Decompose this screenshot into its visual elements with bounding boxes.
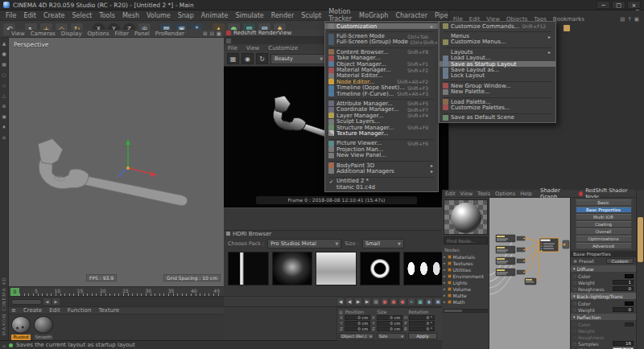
menu-item[interactable]: Character bbox=[392, 11, 431, 20]
size-field[interactable]: 0 cm bbox=[377, 315, 402, 320]
window-menu-item[interactable] bbox=[329, 175, 434, 178]
hdri-thumbnail[interactable] bbox=[360, 252, 401, 285]
material-menu-item[interactable]: Create bbox=[23, 307, 42, 314]
window-menu-item[interactable]: New View Panel... bbox=[325, 152, 438, 158]
customization-menu-item[interactable]: Customize Palettes... bbox=[440, 105, 555, 110]
renderview-menu-item[interactable]: Customize bbox=[268, 45, 298, 51]
close-button[interactable]: × bbox=[627, 1, 641, 9]
window-menu-item[interactable]: Additional Managers ▸ bbox=[325, 168, 438, 174]
menu-item[interactable]: Select bbox=[68, 11, 95, 20]
attribute-row[interactable]: Reflection bbox=[571, 314, 636, 320]
attribute-group-tab[interactable]: Optimizations bbox=[576, 236, 632, 242]
customization-menu-item[interactable]: New Palette... bbox=[440, 89, 555, 95]
viewport-menu-item[interactable]: ProRender bbox=[155, 31, 184, 37]
menu-item[interactable]: Create bbox=[40, 11, 68, 20]
material-menu-item[interactable]: Texture bbox=[98, 307, 119, 314]
object-item-icon[interactable] bbox=[564, 25, 570, 31]
shader-graph-menu-item[interactable]: Help bbox=[520, 191, 532, 197]
attribute-row[interactable]: Weight 0 bbox=[571, 306, 636, 313]
attribute-row[interactable]: Color bbox=[571, 300, 636, 306]
size-field[interactable]: 0 cm bbox=[377, 321, 402, 326]
attribute-group-tab[interactable]: Basic bbox=[576, 199, 632, 206]
menu-item[interactable]: Animate bbox=[198, 11, 232, 20]
scroll-right-button[interactable]: ▶ bbox=[52, 298, 60, 305]
size-dropdown[interactable]: Small▼ bbox=[362, 239, 404, 248]
point-mode-icon[interactable]: ○ bbox=[2, 72, 6, 77]
shader-graph-menu-item[interactable]: Edit bbox=[445, 191, 456, 197]
node-category[interactable]: ▸ Volume bbox=[444, 285, 488, 292]
rotation-field[interactable]: 0 ° bbox=[409, 326, 435, 331]
customization-menu-item[interactable]: Customize Menus... bbox=[440, 39, 555, 45]
axis-gizmo[interactable] bbox=[118, 139, 157, 177]
attribute-row[interactable]: Diffuse bbox=[571, 265, 636, 272]
color-swatch[interactable] bbox=[625, 302, 634, 306]
menu-item[interactable]: Render bbox=[268, 11, 297, 20]
pack-dropdown[interactable]: Pro Studios Metal▼ bbox=[267, 239, 341, 248]
menu-item[interactable]: Mesh bbox=[119, 11, 142, 20]
menu-item[interactable]: Snap bbox=[175, 11, 197, 20]
window-menu-item[interactable]: titanic 01.c4d bbox=[325, 184, 438, 190]
node-category[interactable]: ▸ Lights bbox=[444, 279, 488, 285]
workplane-mode-icon[interactable]: ▣ bbox=[2, 114, 6, 119]
menu-item[interactable]: Volume bbox=[143, 11, 174, 20]
sidebar-scrollbar[interactable] bbox=[444, 309, 488, 313]
window-menu-item[interactable]: Full-Screen (Group) Mode Ctrl+Shift+Tab bbox=[325, 39, 438, 45]
color-swatch[interactable] bbox=[625, 322, 634, 326]
shader-graph-menu-item[interactable]: Options bbox=[495, 191, 515, 197]
record-icon[interactable]: ● bbox=[381, 298, 389, 306]
hdri-thumbnail[interactable] bbox=[316, 252, 357, 285]
attribute-group-tab[interactable]: Base Properties bbox=[576, 207, 632, 213]
value-field[interactable]: 1 bbox=[613, 280, 634, 285]
om-up-icon[interactable]: ↑ bbox=[627, 16, 631, 23]
material-preview[interactable] bbox=[444, 199, 488, 235]
customization-menu-item[interactable]: Save as Default Scene bbox=[440, 115, 555, 121]
window-menu-item[interactable] bbox=[329, 46, 434, 48]
menu-item[interactable]: MoGraph bbox=[356, 11, 391, 20]
node-category[interactable]: ▸ Matte bbox=[444, 292, 488, 298]
customization-menu-item[interactable] bbox=[444, 46, 551, 48]
autokey-icon[interactable]: ◉ bbox=[425, 298, 433, 306]
preset-dropdown[interactable]: Custom bbox=[606, 258, 634, 264]
material-item[interactable]: Smooth bbox=[34, 316, 55, 340]
maximize-view-icon[interactable]: ▣ bbox=[217, 31, 221, 37]
viewport-menu-item[interactable]: Panel bbox=[134, 31, 150, 37]
window-menu-item[interactable]: Customization ▸ bbox=[325, 23, 438, 29]
render-target-icon[interactable]: ◉ bbox=[242, 53, 254, 64]
attribute-group-tab[interactable]: Coating bbox=[576, 221, 632, 228]
node-category[interactable]: ▸ Textures bbox=[444, 260, 488, 266]
om-filter-icon[interactable]: ▤ bbox=[620, 16, 625, 23]
hdri-thumbnail[interactable] bbox=[403, 252, 444, 285]
play-icon[interactable]: ▶ bbox=[354, 298, 362, 306]
window-menu-item[interactable] bbox=[329, 138, 434, 140]
snap-icon[interactable]: ♦ bbox=[2, 125, 6, 129]
model-mode-icon[interactable]: ● bbox=[2, 51, 6, 56]
viewport-menu-item[interactable]: Options bbox=[88, 31, 109, 37]
value-field[interactable]: 0 bbox=[613, 307, 634, 313]
window-menu-item[interactable] bbox=[329, 97, 434, 100]
attribute-row[interactable]: Roughness bbox=[571, 334, 636, 340]
attribute-group-tab[interactable]: Multi IOR bbox=[576, 214, 632, 220]
stop-icon[interactable]: ■ bbox=[372, 298, 380, 306]
coordinate-mode-dropdown[interactable]: Object (Rel.)▼ bbox=[339, 333, 374, 339]
attribute-group-tab[interactable]: Advanced bbox=[576, 243, 632, 249]
renderview-menu-item[interactable]: View bbox=[246, 45, 260, 51]
split-view-icon[interactable]: ⊟ bbox=[209, 31, 213, 37]
restart-render-icon[interactable]: ↻ bbox=[256, 53, 268, 64]
hdri-browser-title[interactable]: HDRI Browser bbox=[224, 230, 448, 237]
axis-mode-icon[interactable]: ⊕ bbox=[2, 104, 6, 109]
viewport-menu-item[interactable]: Filter bbox=[115, 31, 129, 37]
viewport-menu-item[interactable]: View bbox=[11, 31, 25, 37]
window-menu-item[interactable]: Timeline (F-Curve)... Shift+Alt+F3 bbox=[325, 91, 438, 96]
renderview-menu-item[interactable]: File bbox=[228, 45, 237, 51]
material-menu-item[interactable]: Edit bbox=[49, 307, 60, 314]
key-parameter-icon[interactable]: + bbox=[407, 298, 415, 306]
material-menu-item[interactable]: Function bbox=[68, 307, 92, 314]
output-node[interactable] bbox=[563, 240, 569, 248]
attribute-row[interactable]: Samples 16 bbox=[571, 340, 636, 347]
key-pla-icon[interactable]: ▦ bbox=[416, 298, 424, 306]
timeline-ruler[interactable]: 51015202530354045 0 bbox=[9, 286, 224, 296]
customization-menu-item[interactable] bbox=[444, 112, 551, 114]
attribute-row[interactable]: Roughness 0 bbox=[571, 285, 636, 292]
node-category[interactable]: ▸ Utilities bbox=[444, 266, 488, 273]
panel-tab-icon[interactable] bbox=[226, 39, 231, 43]
